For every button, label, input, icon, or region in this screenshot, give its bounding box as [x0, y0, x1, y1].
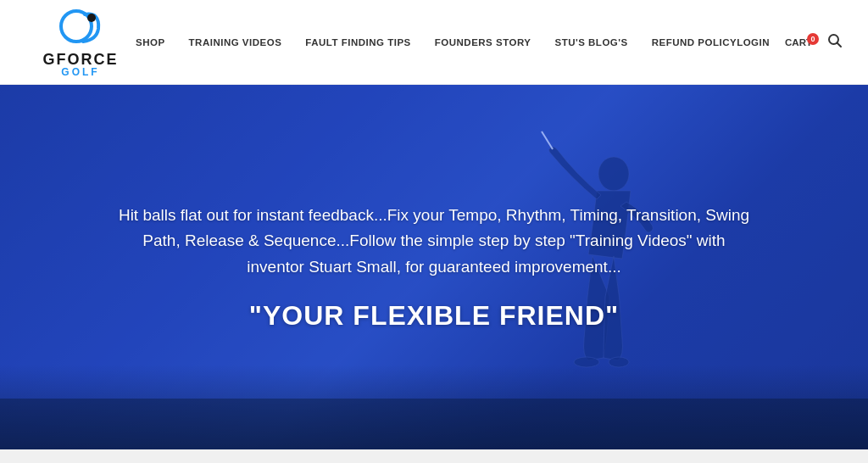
main-nav: SHOP TRAINING VIDEOS FAULT FINDING TIPS …: [136, 37, 737, 47]
hero-trees: [0, 399, 868, 449]
nav-item-blog[interactable]: STU'S BLOG'S: [554, 37, 627, 47]
logo-brand: GFORCE: [42, 52, 118, 67]
logo[interactable]: GFORCE GOLF: [25, 8, 136, 77]
nav-item-fault[interactable]: FAULT FINDING TIPS: [305, 37, 410, 47]
cart-button[interactable]: CART 0: [785, 37, 812, 47]
hero-tagline: "YOUR FLEXIBLE FRIEND": [116, 300, 752, 332]
svg-point-1: [87, 14, 96, 22]
nav-item-founders[interactable]: FOUNDERS STORY: [435, 37, 531, 47]
nav-item-shop[interactable]: SHOP: [136, 37, 165, 47]
svg-line-3: [837, 42, 842, 47]
hero-body-text: Hit balls flat out for instant feedback.…: [116, 203, 752, 280]
login-button[interactable]: LOGIN: [737, 37, 770, 47]
logo-sub: GOLF: [61, 67, 99, 77]
search-icon[interactable]: [827, 33, 843, 52]
header-actions: LOGIN CART 0: [737, 33, 843, 52]
hero-section: Hit balls flat out for instant feedback.…: [0, 85, 868, 449]
nav-item-refund[interactable]: REFUND POLICY: [652, 37, 737, 47]
svg-point-4: [598, 157, 629, 191]
cart-badge: 0: [807, 33, 819, 45]
nav-item-training[interactable]: TRAINING VIDEOS: [189, 37, 282, 47]
bottom-strip: [0, 449, 868, 463]
hero-content: Hit balls flat out for instant feedback.…: [116, 203, 752, 332]
site-header: GFORCE GOLF SHOP TRAINING VIDEOS FAULT F…: [0, 0, 868, 85]
logo-icon: [58, 8, 104, 50]
svg-line-5: [542, 131, 553, 149]
